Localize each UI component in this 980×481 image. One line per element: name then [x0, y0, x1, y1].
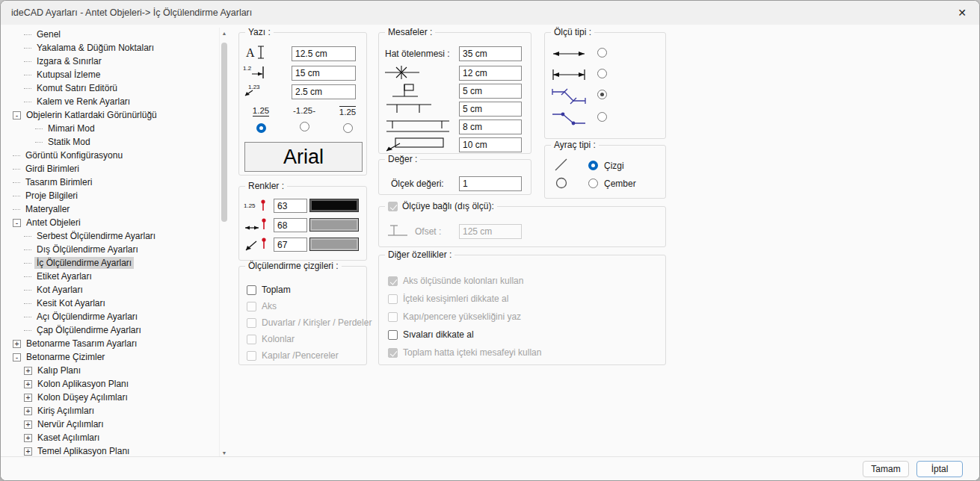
checkbox-row[interactable]: Sıvaları dikkate al	[388, 326, 541, 344]
hat-otelenmesi-input[interactable]	[459, 46, 522, 61]
tree-item-label[interactable]: Kolon Düşey Açılımları	[35, 391, 130, 403]
tree-item[interactable]: Tasarım Birimleri	[7, 176, 218, 189]
tree-item[interactable]: Komut Satırı Editörü	[7, 81, 218, 95]
decimal-height-input[interactable]	[292, 84, 356, 99]
tree-item[interactable]: -Objelerin Katlardaki Görünürlüğü	[7, 108, 218, 122]
tree-item[interactable]: Görüntü Konfigürasyonu	[7, 149, 218, 162]
tree-item-label[interactable]: İç Ölçülendirme Ayarları	[34, 257, 134, 269]
tree-item[interactable]: +Kalıp Planı	[7, 364, 218, 377]
tamam-button[interactable]: Tamam	[863, 461, 909, 477]
tree-item-label[interactable]: Kaset Açılımları	[35, 432, 102, 444]
tree-item[interactable]: Proje Bilgileri	[7, 189, 218, 202]
mesafe-input-2[interactable]	[459, 84, 522, 99]
text-position-radio-under[interactable]	[256, 123, 266, 133]
tree-item-label[interactable]: Görüntü Konfigürasyonu	[23, 149, 125, 161]
tree-item-label[interactable]: Komut Satırı Editörü	[34, 82, 120, 94]
expand-icon[interactable]: +	[24, 407, 32, 415]
text-position-radio-over[interactable]	[343, 123, 353, 133]
expand-icon[interactable]: +	[24, 380, 32, 388]
checkbox-row[interactable]: Toplam	[247, 282, 372, 298]
mesafe-input-3[interactable]	[459, 102, 522, 117]
tree-item-label[interactable]: Dış Ölçülendirme Ayarları	[34, 243, 141, 255]
tree-item-label[interactable]: Kalem ve Renk Ayarları	[34, 96, 132, 108]
tree-item[interactable]: İç Ölçülendirme Ayarları	[7, 256, 218, 270]
close-icon[interactable]: ✕	[945, 1, 979, 25]
tree-item[interactable]: -Betonarme Çizimler	[7, 350, 218, 364]
tree-item[interactable]: Izgara & Sınırlar	[7, 55, 218, 68]
olcek-degeri-input[interactable]	[459, 176, 522, 191]
tree-item-label[interactable]: Kutupsal İzleme	[34, 69, 102, 81]
expand-icon[interactable]: +	[13, 340, 21, 348]
tree-item[interactable]: Çap Ölçülendirme Ayarları	[7, 323, 218, 337]
text-color-swatch[interactable]	[309, 199, 359, 212]
dimension-line-color-input[interactable]	[274, 218, 307, 232]
tree-item-label[interactable]: Kalıp Planı	[35, 364, 83, 376]
tree-item[interactable]: Kot Ayarları	[7, 283, 218, 297]
tree-item-label[interactable]: Genel	[34, 28, 63, 40]
tree-item[interactable]: Yakalama & Düğüm Noktaları	[7, 41, 218, 55]
tree-item[interactable]: +Kolon Düşey Açılımları	[7, 391, 218, 404]
tree-item-label[interactable]: Betonarme Tasarım Ayarları	[24, 338, 139, 350]
tree-item[interactable]: Etiket Ayarları	[7, 270, 218, 283]
tree-item[interactable]: +Kolon Aplikasyon Planı	[7, 377, 218, 391]
tree-item[interactable]: -Antet Objeleri	[7, 216, 218, 229]
olcu-tipi-radio[interactable]	[597, 112, 607, 122]
expand-icon[interactable]: +	[24, 434, 32, 442]
expand-icon[interactable]: +	[24, 447, 32, 456]
iptal-button[interactable]: İptal	[916, 461, 963, 477]
expand-icon[interactable]: +	[24, 394, 32, 402]
tree-item-label[interactable]: Mimari Mod	[46, 122, 97, 134]
ayrac-cizgi-radio[interactable]	[588, 161, 598, 170]
text-height-input[interactable]	[292, 46, 356, 61]
tree-item-label[interactable]: Temel Aplikasyon Planı	[35, 445, 132, 457]
tree-item[interactable]: Dış Ölçülendirme Ayarları	[7, 243, 218, 256]
tree-item[interactable]: Kutupsal İzleme	[7, 68, 218, 81]
tree-item[interactable]: Kesit Kot Ayarları	[7, 297, 218, 310]
tree-item[interactable]: +Betonarme Tasarım Ayarları	[7, 337, 218, 350]
tree-scrollbar[interactable]: ▲ ▼	[219, 28, 228, 458]
tree-item[interactable]: Serbest Ölçülendirme Ayarları	[7, 229, 218, 243]
tree-item[interactable]: +Nervür Açılımları	[7, 418, 218, 431]
extension-line-color-input[interactable]	[274, 238, 307, 252]
tree-item-label[interactable]: Yakalama & Düğüm Noktaları	[34, 42, 156, 54]
tree-item[interactable]: +Kiriş Açılımları	[7, 404, 218, 418]
tree-item-label[interactable]: Kesit Kot Ayarları	[34, 297, 108, 309]
tree-item-label[interactable]: Materyaller	[23, 203, 72, 215]
checkbox[interactable]	[388, 330, 398, 340]
tree-item[interactable]: Genel	[7, 28, 218, 41]
dimension-line-color-swatch[interactable]	[309, 218, 359, 232]
tree-item-label[interactable]: Çap Ölçülendirme Ayarları	[34, 324, 144, 336]
tree-item-label[interactable]: Tasarım Birimleri	[23, 176, 94, 188]
scroll-up-icon[interactable]: ▲	[220, 28, 229, 38]
collapse-icon[interactable]: -	[13, 111, 21, 120]
tree-item-label[interactable]: Proje Bilgileri	[23, 190, 80, 202]
mesafe-input-4[interactable]	[459, 120, 522, 134]
tree-item-label[interactable]: Serbest Ölçülendirme Ayarları	[34, 230, 158, 242]
tree-item[interactable]: Materyaller	[7, 202, 218, 216]
tree-item-label[interactable]: Kiriş Açılımları	[35, 405, 96, 417]
tree-item-label[interactable]: Kolon Aplikasyon Planı	[35, 378, 131, 390]
tree-item-label[interactable]: Açı Ölçülendirme Ayarları	[34, 311, 140, 323]
text-position-radio-middle[interactable]	[300, 122, 309, 131]
tree-item-label[interactable]: Nervür Açılımları	[35, 418, 106, 430]
tree-item[interactable]: +Kaset Açılımları	[7, 431, 218, 444]
tree-item-label[interactable]: Izgara & Sınırlar	[34, 55, 104, 67]
mesafe-input-1[interactable]	[459, 66, 522, 81]
tree-item-label[interactable]: Statik Mod	[46, 136, 93, 148]
tree-item-label[interactable]: Betonarme Çizimler	[24, 351, 107, 363]
ayrac-cember-radio[interactable]	[588, 179, 598, 188]
tree-item-label[interactable]: Objelerin Katlardaki Görünürlüğü	[24, 109, 159, 121]
tree-item[interactable]: Girdi Birimleri	[7, 162, 218, 176]
expand-icon[interactable]: +	[24, 421, 32, 429]
tree-item[interactable]: Mimari Mod	[7, 122, 218, 135]
tree-item[interactable]: Kalem ve Renk Ayarları	[7, 95, 218, 108]
olcu-tipi-radio[interactable]	[597, 69, 607, 78]
tree-item-label[interactable]: Girdi Birimleri	[23, 163, 81, 175]
tree-item-label[interactable]: Kot Ayarları	[34, 284, 85, 296]
line-offset-input[interactable]	[292, 66, 356, 81]
checkbox[interactable]	[247, 285, 256, 295]
olcu-tipi-radio[interactable]	[597, 90, 607, 99]
expand-icon[interactable]: +	[24, 367, 32, 375]
font-button[interactable]: Arial	[244, 142, 363, 172]
text-color-input[interactable]	[274, 199, 307, 213]
